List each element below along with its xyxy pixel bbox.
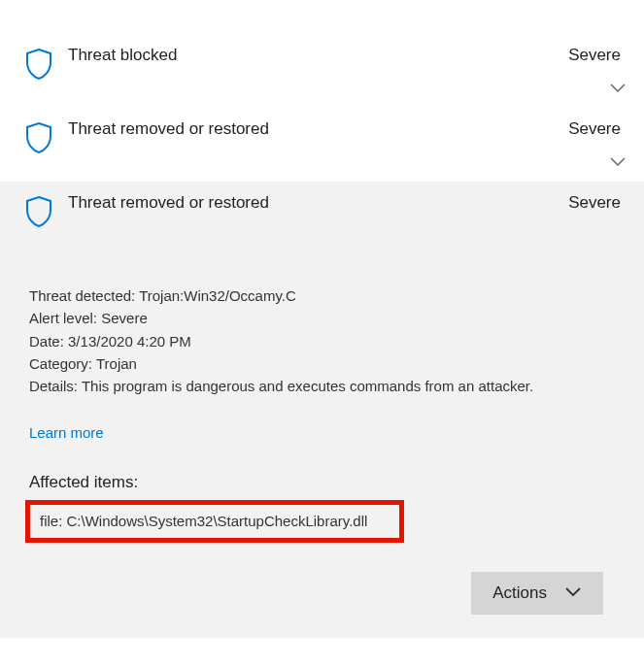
actions-button[interactable]: Actions [471, 572, 603, 615]
threat-header: Threat blocked Severe [23, 46, 621, 79]
threat-severity: Severe [568, 193, 621, 213]
detail-label: Threat detected: [29, 287, 135, 304]
threat-item-expanded: Threat removed or restored Severe Threat… [0, 182, 644, 638]
detail-alert-level: Alert level: Severe [29, 307, 597, 329]
chevron-down-icon[interactable] [609, 81, 627, 98]
threat-severity: Severe [568, 119, 621, 139]
detail-label: Alert level: [29, 310, 97, 326]
detail-label: Date: [29, 333, 64, 350]
affected-item-highlight: file: C:\Windows\System32\StartupCheckLi… [25, 500, 404, 543]
threat-header: Threat removed or restored Severe [23, 119, 621, 152]
threat-details: Threat detected: Trojan:Win32/Occamy.C A… [23, 226, 621, 397]
detail-value: Trojan:Win32/Occamy.C [139, 287, 296, 304]
actions-label: Actions [492, 584, 547, 603]
shield-icon [23, 195, 54, 226]
chevron-down-icon [564, 584, 582, 603]
threat-title: Threat blocked [68, 46, 568, 65]
threat-history-panel: Threat blocked Severe Threat removed or … [0, 0, 644, 638]
actions-row: Actions [23, 572, 603, 615]
threat-title: Threat removed or restored [68, 193, 568, 213]
chevron-down-icon[interactable] [609, 154, 627, 172]
threat-header[interactable]: Threat removed or restored Severe [23, 193, 621, 226]
detail-value: 3/13/2020 4:20 PM [68, 333, 191, 350]
learn-more-link[interactable]: Learn more [29, 424, 104, 441]
detail-value: Trojan [96, 355, 137, 372]
detail-value: This program is dangerous and executes c… [82, 378, 533, 394]
threat-title: Threat removed or restored [68, 119, 568, 139]
shield-icon [23, 48, 54, 79]
threat-severity: Severe [568, 46, 621, 65]
affected-items-heading: Affected items: [29, 473, 621, 492]
detail-threat-detected: Threat detected: Trojan:Win32/Occamy.C [29, 284, 597, 307]
threat-item[interactable]: Threat removed or restored Severe [0, 108, 644, 182]
shield-icon [23, 121, 54, 152]
affected-file-path: file: C:\Windows\System32\StartupCheckLi… [40, 513, 367, 529]
detail-label: Details: [29, 378, 78, 394]
detail-label: Category: [29, 355, 92, 372]
detail-details: Details: This program is dangerous and e… [29, 375, 597, 397]
threat-item[interactable]: Threat blocked Severe [0, 34, 644, 108]
detail-value: Severe [101, 310, 148, 326]
detail-date: Date: 3/13/2020 4:20 PM [29, 330, 597, 352]
detail-category: Category: Trojan [29, 352, 597, 375]
